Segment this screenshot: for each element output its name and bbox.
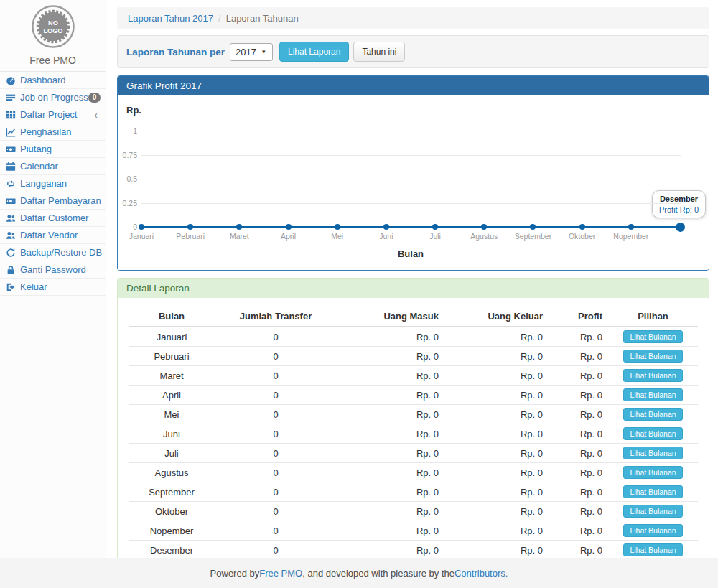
table-header-row: BulanJumlah TransferUang MasukUang Kelua… <box>129 307 698 327</box>
caret-down-icon: ▾ <box>262 48 266 55</box>
sidebar-item-keluar[interactable]: Keluar <box>0 279 106 296</box>
lihat-bulanan-button[interactable]: Lihat Bulanan <box>623 388 682 401</box>
sidebar-item-label: Langganan <box>20 178 67 189</box>
footer-text-middle: , and developed with pleasure by the <box>302 568 454 579</box>
contributors-link[interactable]: Contributors. <box>454 568 508 579</box>
cell-jumlah_transfer: 0 <box>215 502 337 521</box>
cell-uang_keluar: Rp. 0 <box>444 541 549 558</box>
cell-bulan: Oktober <box>129 502 215 521</box>
y-axis-tick-label: 0 <box>118 223 137 231</box>
chart-panel-title: Grafik Profit 2017 <box>118 76 709 95</box>
users-icon <box>6 230 17 241</box>
cell-uang_keluar: Rp. 0 <box>444 347 549 366</box>
profit-chart-plot: Rp. Bulan Desember Profit Rp: 0 10.750.5… <box>118 95 709 270</box>
year-select[interactable]: 2017▾ <box>230 43 273 61</box>
cell-bulan: Juli <box>129 444 215 463</box>
chart-gridline <box>141 179 681 179</box>
logo-area: NO LOGO Free PMO <box>0 0 106 71</box>
cell-profit: Rp. 0 <box>549 541 608 558</box>
sidebar-item-daftar-project[interactable]: Daftar Project‹ <box>0 106 106 123</box>
sidebar-item-langganan[interactable]: Langganan <box>0 175 106 192</box>
cell-profit: Rp. 0 <box>549 482 608 502</box>
cell-uang_keluar: Rp. 0 <box>444 386 549 405</box>
sidebar-item-calendar[interactable]: Calendar <box>0 158 106 175</box>
sidebar-item-daftar-customer[interactable]: Daftar Customer <box>0 210 106 227</box>
cell-uang_masuk: Rp. 0 <box>337 386 444 405</box>
cell-uang_keluar: Rp. 0 <box>444 482 549 502</box>
cell-jumlah_transfer: 0 <box>215 366 337 386</box>
x-axis-tick-label: Nopember <box>602 232 660 241</box>
chart-y-axis-title: Rp. <box>126 105 141 116</box>
cell-pilihan: Lihat Bulanan <box>608 386 698 405</box>
sidebar-item-label: Keluar <box>20 281 47 292</box>
cell-bulan: Januari <box>129 327 215 347</box>
cell-profit: Rp. 0 <box>549 521 608 541</box>
brand-name: Free PMO <box>0 55 106 66</box>
sidebar-item-daftar-pembayaran[interactable]: Daftar Pembayaran <box>0 192 106 210</box>
lihat-bulanan-button[interactable]: Lihat Bulanan <box>623 350 682 363</box>
sidebar-item-label: Job on Progress <box>20 92 88 103</box>
breadcrumb-link-laporan-tahun[interactable]: Laporan Tahun 2017 <box>128 13 213 24</box>
cell-uang_keluar: Rp. 0 <box>444 521 549 541</box>
chart-tooltip: Desember Profit Rp: 0 <box>652 190 706 218</box>
sidebar-item-dashboard[interactable]: Dashboard <box>0 72 106 89</box>
cell-pilihan: Lihat Bulanan <box>608 366 698 386</box>
lihat-bulanan-button[interactable]: Lihat Bulanan <box>623 369 682 382</box>
table-row: Pebruari0Rp. 0Rp. 0Rp. 0Lihat Bulanan <box>129 347 698 366</box>
cell-pilihan: Lihat Bulanan <box>608 327 698 347</box>
sidebar-item-piutang[interactable]: Piutang <box>0 141 106 158</box>
data-point-nopember <box>628 224 634 230</box>
tahun-ini-button[interactable]: Tahun ini <box>353 42 405 62</box>
cell-pilihan: Lihat Bulanan <box>608 502 698 521</box>
sidebar: NO LOGO Free PMO DashboardJob on Progres… <box>0 0 106 558</box>
cell-uang_masuk: Rp. 0 <box>337 541 444 558</box>
column-header-uang-masuk: Uang Masuk <box>337 307 444 327</box>
cell-jumlah_transfer: 0 <box>215 541 337 558</box>
table-row: Juni0Rp. 0Rp. 0Rp. 0Lihat Bulanan <box>129 424 698 444</box>
lihat-bulanan-button[interactable]: Lihat Bulanan <box>623 543 682 556</box>
year-select-value: 2017 <box>236 47 256 57</box>
sidebar-item-job-on-progress[interactable]: Job on Progress0 <box>0 89 106 106</box>
data-point-agustus <box>481 224 487 230</box>
year-filter-bar: Laporan Tahunan per 2017▾ Lihat Laporan … <box>117 35 709 68</box>
column-header-uang-keluar: Uang Keluar <box>444 307 549 327</box>
lihat-bulanan-button[interactable]: Lihat Bulanan <box>623 485 682 498</box>
lihat-bulanan-button[interactable]: Lihat Bulanan <box>623 427 682 440</box>
chevron-left-icon: ‹ <box>94 110 100 120</box>
main-content: Laporan Tahun 2017/Laporan Tahunan Lapor… <box>106 0 718 558</box>
lihat-bulanan-button[interactable]: Lihat Bulanan <box>623 466 682 479</box>
sidebar-item-penghasilan[interactable]: Penghasilan <box>0 123 106 141</box>
sidebar-item-label: Dashboard <box>20 75 66 85</box>
lihat-bulanan-button[interactable]: Lihat Bulanan <box>623 408 682 421</box>
chart-gridline <box>141 155 681 156</box>
free-pmo-link[interactable]: Free PMO <box>259 568 302 579</box>
sidebar-item-backup-restore-db[interactable]: Backup/Restore DB <box>0 244 106 261</box>
cell-profit: Rp. 0 <box>549 502 608 521</box>
lihat-bulanan-button[interactable]: Lihat Bulanan <box>623 330 682 343</box>
count-badge: 0 <box>88 93 101 103</box>
table-row: Nopember0Rp. 0Rp. 0Rp. 0Lihat Bulanan <box>129 521 698 541</box>
cell-jumlah_transfer: 0 <box>215 405 337 424</box>
lihat-bulanan-button[interactable]: Lihat Bulanan <box>623 524 682 537</box>
logo-text-line2: LOGO <box>43 27 62 34</box>
lihat-bulanan-button[interactable]: Lihat Bulanan <box>623 505 682 518</box>
footer: Powered by Free PMO, and developed with … <box>0 558 718 588</box>
lihat-laporan-button[interactable]: Lihat Laporan <box>279 42 349 62</box>
cell-pilihan: Lihat Bulanan <box>608 444 698 463</box>
sidebar-item-label: Daftar Customer <box>20 213 88 223</box>
sidebar-nav: DashboardJob on Progress0Daftar Project‹… <box>0 71 106 296</box>
chart-gridline <box>141 203 681 204</box>
sidebar-item-ganti-password[interactable]: Ganti Password <box>0 261 106 279</box>
app-layout: NO LOGO Free PMO DashboardJob on Progres… <box>0 0 718 558</box>
no-logo-badge[interactable]: NO LOGO <box>31 4 75 49</box>
y-axis-tick-label: 0.75 <box>118 151 137 159</box>
cell-jumlah_transfer: 0 <box>215 463 337 482</box>
lihat-bulanan-button[interactable]: Lihat Bulanan <box>623 447 682 459</box>
sidebar-item-daftar-vendor[interactable]: Daftar Vendor <box>0 227 106 244</box>
cell-pilihan: Lihat Bulanan <box>608 521 698 541</box>
tachometer-icon <box>6 75 17 85</box>
cell-bulan: Juni <box>129 424 215 444</box>
cell-uang_keluar: Rp. 0 <box>444 444 549 463</box>
column-header-pilihan: Pilihan <box>608 307 698 327</box>
report-table: BulanJumlah TransferUang MasukUang Kelua… <box>129 307 698 558</box>
